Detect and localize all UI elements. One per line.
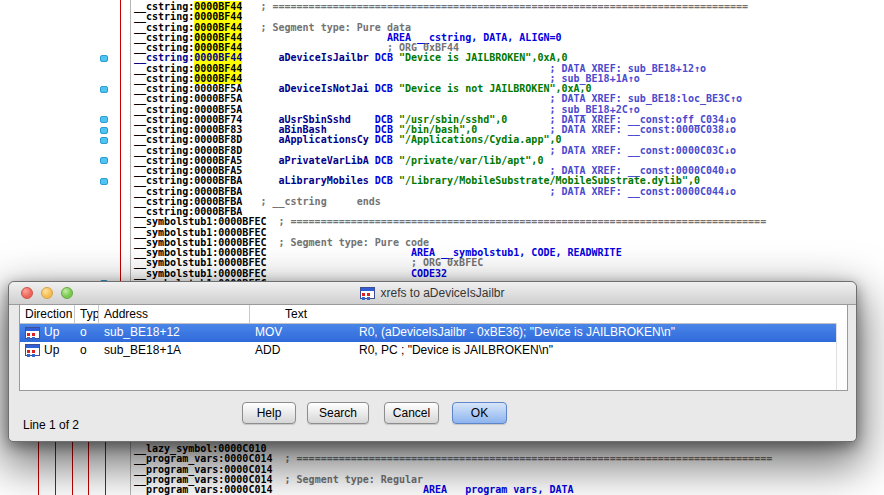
comment: ; __cstring ends: [242, 196, 380, 207]
address-label: 0000BF44: [194, 52, 242, 63]
string-marker-dot: [100, 137, 108, 144]
xref-window-icon: [360, 287, 375, 299]
table-body: Uposub_BE18+12MOVR0, (aDeviceIsJailbr - …: [20, 324, 847, 359]
type-cell: o: [75, 342, 99, 360]
string-marker-dot: [100, 127, 108, 134]
ida-main-window: __cstring:0000BF44 ; ===================…: [0, 0, 884, 495]
cancel-button[interactable]: Cancel: [384, 402, 439, 424]
direction-cell: Up: [20, 342, 75, 360]
margin-separator-bottom: [130, 442, 131, 495]
address-label: 0000BF44: [194, 63, 242, 74]
disassembly-listing-top: __cstring:0000BF44 ; ===================…: [134, 2, 766, 289]
keyword: AREA __program_vars, DATA: [272, 484, 573, 495]
code-flow-line: [88, 442, 89, 495]
comment: ; ======================================…: [242, 1, 748, 12]
text-cell: MOVR0, (aDeviceIsJailbr - 0xBE36); "Devi…: [250, 324, 847, 342]
string-marker-dot: [100, 55, 108, 62]
search-button[interactable]: Search: [307, 402, 369, 424]
operand-text: R0, (aDeviceIsJailbr - 0xBE36); "Device …: [359, 324, 675, 342]
xref-row[interactable]: Uposub_BE18+1AADDR0, PC ; "Device is JAI…: [20, 342, 847, 360]
column-header-type[interactable]: Type: [75, 305, 99, 323]
column-header-address[interactable]: Address: [99, 305, 250, 323]
string-marker-dot: [100, 86, 108, 93]
help-button[interactable]: Help: [242, 402, 296, 424]
ok-button[interactable]: OK: [452, 402, 507, 424]
dialog-title-text: xrefs to aDeviceIsJailbr: [380, 286, 504, 300]
address-label: 0000BF44: [194, 22, 242, 33]
margin-separator: [130, 0, 131, 281]
direction-label: Up: [44, 324, 59, 342]
mnemonic: MOV: [255, 324, 355, 342]
direction-cell: Up: [20, 324, 75, 342]
zoom-button[interactable]: [61, 287, 73, 299]
code-flow-line: [55, 442, 56, 495]
xref-table: DirectionTypeAddressText Uposub_BE18+12M…: [19, 304, 848, 391]
code-flow-line: [38, 442, 39, 495]
xrefs-dialog: xrefs to aDeviceIsJailbr DirectionTypeAd…: [8, 281, 857, 442]
address-cell: sub_BE18+12: [99, 324, 250, 342]
text-cell: ADDR0, PC ; "Device is JAILBROKEN\n": [250, 342, 847, 360]
string-marker-dot: [100, 116, 108, 123]
status-line: Line 1 of 2: [23, 418, 79, 432]
xref-item-icon: [25, 327, 40, 339]
xref-item-icon: [25, 344, 40, 356]
listing-line[interactable]: __program_vars:0000C014 AREA __program_v…: [134, 485, 772, 495]
dialog-titlebar[interactable]: xrefs to aDeviceIsJailbr: [9, 282, 856, 305]
xref-row[interactable]: Uposub_BE18+12MOVR0, (aDeviceIsJailbr - …: [20, 324, 847, 342]
keyword: CODE32: [266, 268, 447, 279]
listing-line[interactable]: __cstring:0000BF44: [134, 12, 766, 22]
string-marker-dot: [100, 157, 108, 164]
address-label: __program_vars:0000C014: [134, 484, 272, 495]
address-cell: sub_BE18+1A: [99, 342, 250, 360]
direction-label: Up: [44, 342, 59, 360]
code-flow-line: [120, 0, 121, 281]
minimize-button[interactable]: [41, 287, 53, 299]
column-header-text[interactable]: Text: [250, 305, 847, 323]
close-button[interactable]: [21, 287, 33, 299]
mnemonic: ADD: [255, 342, 355, 360]
operand-text: R0, PC ; "Device is JAILBROKEN\n": [359, 342, 553, 360]
code-flow-line: [72, 442, 73, 495]
table-header: DirectionTypeAddressText: [20, 305, 847, 324]
disassembly-listing-bottom: __lazy_symbol:0000C010__program_vars:000…: [134, 444, 772, 495]
code-flow-line: [105, 442, 106, 495]
address-label: 0000BF44: [194, 11, 242, 22]
type-cell: o: [75, 324, 99, 342]
column-header-direction[interactable]: Direction: [20, 305, 75, 323]
string-marker-dot: [100, 178, 108, 185]
comment: ; ======================================…: [272, 453, 772, 464]
dialog-title: xrefs to aDeviceIsJailbr: [360, 286, 504, 300]
scrollbar-track[interactable]: [836, 323, 847, 390]
comment: ; ======================================…: [266, 216, 766, 227]
